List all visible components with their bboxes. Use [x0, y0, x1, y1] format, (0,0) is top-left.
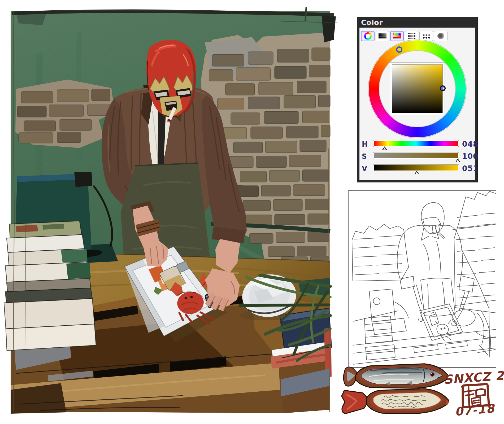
- sv-marker[interactable]: [440, 85, 446, 91]
- lineart-sketch: [348, 191, 496, 368]
- hue-slider-value: 048: [462, 140, 478, 148]
- artwork-date: 07-18: [454, 401, 496, 418]
- fish-studies: [342, 364, 449, 414]
- saturation-slider-track[interactable]: [373, 152, 459, 159]
- fish-box-label: [342, 389, 449, 414]
- saturation-slider-row: S 100: [360, 152, 476, 164]
- color-panel-title: Color: [361, 18, 383, 27]
- hue-slider-label: H: [362, 140, 368, 148]
- saturation-slider-label: S: [362, 152, 367, 160]
- brick-wall-left: [15, 80, 115, 148]
- color-panel: Color H 048 S 100: [357, 17, 477, 182]
- value-slider-marker[interactable]: [414, 171, 419, 174]
- laptop-hinge: [74, 172, 92, 187]
- hue-slider-row: H 048: [360, 140, 476, 152]
- hue-slider-track[interactable]: [373, 140, 459, 147]
- book-stack: [4, 221, 96, 351]
- value-slider-label: V: [362, 165, 367, 173]
- value-slider-row: V 051: [360, 164, 476, 176]
- value-slider-track[interactable]: [373, 164, 459, 171]
- signature-block: SNXCZ 25 07-18: [443, 368, 504, 418]
- saturation-slider-value: 100: [462, 152, 478, 161]
- panel-divider: [362, 137, 473, 137]
- workspace-background: SNXCZ 25 07-18 Color: [0, 0, 504, 424]
- color-panel-body: H 048 S 100 V 051: [359, 28, 475, 180]
- finished-painting: [4, 7, 337, 414]
- saturation-slider-marker[interactable]: [455, 159, 460, 162]
- hue-marker[interactable]: [396, 46, 402, 53]
- hue-slider-marker[interactable]: [382, 146, 387, 150]
- value-slider-value: 051: [462, 164, 478, 173]
- saturation-value-square[interactable]: [392, 64, 443, 113]
